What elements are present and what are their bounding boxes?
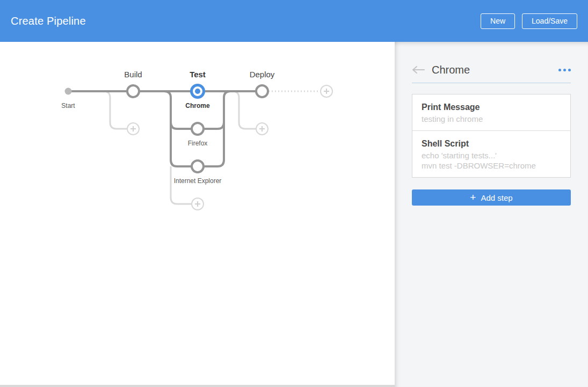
stage-node-build[interactable] [127,85,139,97]
stage-label-deploy: Deploy [250,70,275,79]
new-button[interactable]: New [481,13,515,29]
panel-header: Chrome [412,62,571,78]
app-header: Create Pipeline New Load/Save [0,0,588,42]
stage-connectors [68,91,262,166]
branch-label-firefox: Firefox [188,140,208,147]
start-label: Start [61,102,75,109]
panel-title: Chrome [432,64,558,76]
step-title: Print Message [422,101,561,113]
panel-divider [412,83,571,83]
steps-list: Print Message testing in chrome Shell Sc… [412,94,571,178]
step-detail: mvn test -DBROWSER=chrome [422,160,561,171]
add-step-button[interactable]: + Add step [412,189,571,206]
add-stage-node[interactable] [321,85,332,97]
stage-label-build: Build [124,70,142,79]
stage-node-deploy[interactable] [256,85,268,97]
branch-label-chrome: Chrome [185,102,210,109]
start-node [65,88,72,95]
back-arrow-icon[interactable] [412,65,425,74]
branch-node-chrome-selected[interactable] [192,85,204,98]
step-title: Shell Script [422,138,561,149]
branch-node-internet-explorer[interactable] [192,160,204,172]
horizontal-scrollbar[interactable] [0,385,395,387]
more-options-icon[interactable] [558,67,571,74]
add-step-label: Add step [481,193,512,202]
step-detail: echo 'starting tests...' [422,150,561,160]
main-area: Build Test Deploy Start Chrome Firefox I… [0,42,588,387]
pipeline-graph: Build Test Deploy Start Chrome Firefox I… [0,42,395,387]
plus-icon: + [470,192,476,202]
pipeline-editor-canvas[interactable]: Build Test Deploy Start Chrome Firefox I… [0,42,395,387]
load-save-button[interactable]: Load/Save [522,13,577,29]
add-parallel-build-node[interactable] [127,123,139,135]
add-branch-test-node[interactable] [192,198,204,210]
stage-label-test: Test [190,70,206,79]
step-item-print-message[interactable]: Print Message testing in chrome [412,94,570,130]
add-parallel-deploy-node[interactable] [256,123,268,135]
step-item-shell-script[interactable]: Shell Script echo 'starting tests...' mv… [412,130,570,177]
page-title: Create Pipeline [11,15,86,27]
branch-label-internet-explorer: Internet Explorer [174,177,222,185]
stage-editor-panel: Chrome Print Message testing in chrome S… [395,42,588,387]
branch-node-firefox[interactable] [192,123,204,135]
header-actions: New Load/Save [481,13,577,29]
step-detail: testing in chrome [422,114,561,124]
placeholder-connectors [104,91,320,204]
